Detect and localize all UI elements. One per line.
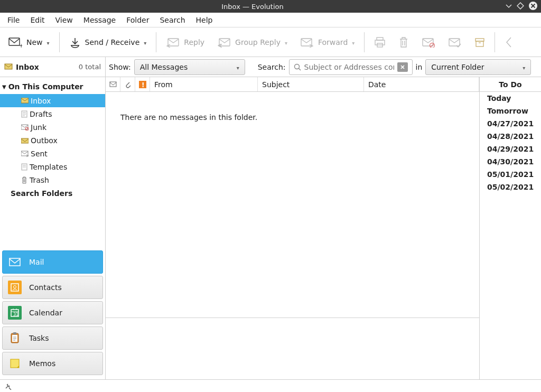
- new-button[interactable]: + New: [3, 32, 55, 53]
- switcher-tasks[interactable]: Tasks: [2, 326, 103, 350]
- forward-icon: [300, 37, 314, 48]
- chevron-down-icon: [352, 38, 355, 46]
- inbox-icon: [4, 63, 13, 71]
- folder-sent[interactable]: Sent: [0, 147, 105, 160]
- menu-edit[interactable]: Edit: [25, 14, 50, 26]
- switcher-label: Contacts: [29, 283, 62, 292]
- col-from[interactable]: From: [150, 77, 258, 91]
- todo-panel: To Do Today Tomorrow 04/27/2021 04/28/20…: [480, 77, 541, 379]
- drafts-icon: [21, 110, 27, 118]
- menu-view[interactable]: View: [50, 14, 78, 26]
- reply-label: Reply: [184, 38, 204, 46]
- switcher-memos[interactable]: Memos: [2, 352, 103, 375]
- window-title: Inbox — Evolution: [0, 3, 505, 11]
- menu-message[interactable]: Message: [78, 14, 121, 26]
- chevron-down-icon[interactable]: [144, 38, 146, 46]
- folder-label: Drafts: [30, 110, 52, 118]
- plug-icon[interactable]: [4, 382, 12, 390]
- folder-title: Inbox: [16, 63, 39, 71]
- folder-outbox[interactable]: Outbox: [0, 134, 105, 147]
- switcher-contacts[interactable]: Contacts: [2, 276, 103, 299]
- col-priority[interactable]: !: [135, 77, 150, 91]
- svg-rect-32: [110, 82, 116, 87]
- todo-item[interactable]: 04/27/2021: [480, 117, 541, 130]
- trash-icon: [21, 176, 27, 184]
- todo-item[interactable]: Today: [480, 92, 541, 105]
- switcher-label: Tasks: [29, 334, 49, 342]
- chevron-down-icon: [523, 63, 525, 71]
- search-box[interactable]: [289, 59, 413, 75]
- in-combo[interactable]: Current Folder: [425, 59, 531, 75]
- sendreceive-icon: [69, 36, 81, 48]
- tree-root[interactable]: ▼ On This Computer: [0, 79, 105, 94]
- column-headers: ! From Subject Date: [106, 77, 479, 92]
- folder-inbox[interactable]: Inbox: [0, 94, 105, 107]
- todo-item[interactable]: 05/02/2021: [480, 181, 541, 193]
- main-area: ▼ On This Computer Inbox Drafts Junk Out…: [0, 77, 541, 379]
- menu-file[interactable]: File: [2, 14, 25, 26]
- menu-folder[interactable]: Folder: [121, 14, 154, 26]
- col-subject[interactable]: Subject: [258, 77, 364, 91]
- titlebar: Inbox — Evolution: [0, 0, 541, 13]
- show-combo[interactable]: All Messages: [134, 59, 245, 75]
- menu-help[interactable]: Help: [191, 14, 218, 26]
- outbox-icon: [21, 137, 29, 144]
- folder-header: Inbox 0 total: [0, 57, 106, 77]
- archive-icon: [474, 37, 485, 48]
- todo-item[interactable]: 04/29/2021: [480, 143, 541, 155]
- chevron-down-icon: [285, 38, 287, 46]
- in-label: in: [416, 63, 423, 71]
- todo-item[interactable]: 04/30/2021: [480, 155, 541, 168]
- junk-icon: [21, 124, 29, 130]
- switcher-mail[interactable]: Mail: [2, 250, 103, 274]
- folder-drafts[interactable]: Drafts: [0, 107, 105, 120]
- switcher-label: Memos: [29, 359, 55, 368]
- svg-rect-30: [13, 332, 16, 334]
- folder-label: Templates: [30, 163, 67, 171]
- archive-button: [469, 32, 490, 53]
- close-icon[interactable]: [528, 1, 538, 12]
- templates-icon: [21, 163, 27, 171]
- col-date[interactable]: Date: [364, 77, 479, 91]
- svg-rect-23: [10, 258, 20, 266]
- menu-search[interactable]: Search: [154, 14, 190, 26]
- switcher-label: Mail: [29, 258, 44, 266]
- todo-item[interactable]: Tomorrow: [480, 105, 541, 117]
- new-label: New: [26, 38, 43, 46]
- tree-search-folders[interactable]: Search Folders: [0, 186, 105, 200]
- notjunk-button: [443, 32, 467, 53]
- minimize-icon[interactable]: [505, 2, 512, 11]
- contacts-icon: [8, 281, 22, 294]
- print-button: [369, 32, 391, 53]
- forward-button: Forward: [295, 32, 360, 53]
- todo-item[interactable]: 05/01/2021: [480, 168, 541, 181]
- search-input[interactable]: [304, 63, 394, 71]
- col-read[interactable]: [106, 77, 120, 91]
- folder-trash[interactable]: Trash: [0, 173, 105, 186]
- chevron-down-icon[interactable]: [47, 38, 50, 46]
- sent-icon: [21, 151, 29, 157]
- search-label: Search:: [258, 63, 286, 71]
- statusbar: [0, 379, 541, 392]
- col-attachment[interactable]: [120, 77, 135, 91]
- content: ! From Subject Date There are no message…: [106, 77, 541, 379]
- filterbar: Inbox 0 total Show: All Messages Search:…: [0, 57, 541, 77]
- sendreceive-button[interactable]: Send / Receive: [64, 32, 152, 53]
- empty-message: There are no messages in this folder.: [106, 92, 479, 318]
- groupreply-button: Group Reply: [212, 32, 293, 53]
- show-value: All Messages: [140, 63, 188, 71]
- folder-templates[interactable]: Templates: [0, 160, 105, 173]
- maximize-icon[interactable]: [517, 2, 524, 11]
- switcher: Mail Contacts 31 Calendar Tasks Memos: [0, 246, 105, 379]
- reply-icon: [166, 37, 180, 48]
- folder-label: Outbox: [31, 136, 58, 145]
- svg-rect-12: [475, 39, 484, 41]
- delete-button: [393, 32, 414, 53]
- groupreply-icon: [217, 37, 231, 48]
- folder-junk[interactable]: Junk: [0, 120, 105, 134]
- folder-tree: ▼ On This Computer Inbox Drafts Junk Out…: [0, 77, 105, 246]
- toolbar: + New Send / Receive Reply Group Reply F…: [0, 27, 541, 57]
- switcher-calendar[interactable]: 31 Calendar: [2, 301, 103, 324]
- todo-item[interactable]: 04/28/2021: [480, 130, 541, 143]
- clear-search-icon[interactable]: [397, 62, 408, 72]
